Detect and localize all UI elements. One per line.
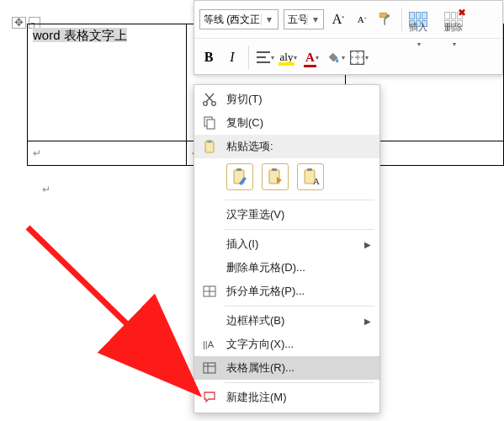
text-direction-icon: ||A (201, 336, 218, 353)
svg-rect-3 (207, 120, 215, 129)
menu-label: 新建批注(M) (226, 390, 287, 405)
menu-reconvert[interactable]: 汉字重选(V) (194, 203, 379, 226)
menu-label: 删除单元格(D)... (226, 260, 305, 275)
font-color-icon: A (305, 51, 315, 65)
menu-label: 插入(I) (226, 237, 258, 252)
menu-label: 表格属性(R)... (226, 360, 294, 376)
svg-rect-4 (205, 141, 214, 152)
submenu-arrow-icon: ▶ (364, 317, 371, 326)
clipboard-arrow-icon (265, 167, 285, 187)
menu-insert[interactable]: 插入(I) ▶ (194, 232, 379, 256)
svg-rect-9 (272, 168, 277, 171)
paragraph-mark: ↵ (42, 184, 50, 195)
table-cell[interactable]: word 表格文字上 (28, 24, 187, 141)
cell-text[interactable]: word 表格文字上 (33, 28, 127, 42)
paint-bucket-icon (326, 51, 341, 64)
svg-point-1 (212, 102, 216, 106)
submenu-arrow-icon: ▶ (364, 240, 371, 249)
align-button[interactable]: ▾ (256, 47, 274, 67)
highlight-button[interactable]: aly▾ (279, 47, 298, 67)
font-family-value: 等线 (西文正 (200, 13, 261, 27)
table-cell[interactable]: ↵ (28, 141, 187, 166)
font-size-combo[interactable]: 五号 ▾ (284, 9, 324, 29)
grow-font-button[interactable]: Aˆ (329, 9, 347, 29)
italic-icon: I (230, 50, 234, 65)
copy-icon (201, 115, 218, 131)
menu-label: 拆分单元格(P)... (226, 284, 305, 299)
dropdown-arrow-icon[interactable]: ▾ (261, 13, 278, 25)
font-size-value: 五号 (284, 13, 307, 27)
italic-button[interactable]: I (223, 47, 241, 67)
paste-merge-formatting-button[interactable] (262, 163, 289, 190)
paragraph-mark: ↵ (33, 147, 41, 159)
table-move-handle[interactable]: ✥ (12, 17, 26, 29)
insert-label: 插入 (409, 21, 427, 34)
dropdown-arrow-icon[interactable]: ▾ (307, 13, 323, 25)
menu-label: 边框样式(B) (226, 313, 284, 328)
shrink-font-icon: A (358, 14, 364, 24)
comment-icon (201, 389, 218, 406)
svg-point-0 (204, 102, 208, 106)
menu-cut[interactable]: 剪切(T) (194, 88, 379, 111)
paste-options-row: A (194, 158, 379, 197)
paste-text-only-button[interactable]: A (297, 163, 324, 190)
svg-rect-5 (207, 141, 212, 143)
borders-button[interactable]: ▾ (350, 47, 369, 67)
menu-table-properties[interactable]: 表格属性(R)... (194, 356, 379, 380)
menu-label: 文字方向(X)... (226, 337, 294, 352)
shading-button[interactable]: ▾ (326, 47, 345, 67)
mini-toolbar: 等线 (西文正 ▾ 五号 ▾ Aˆ Aˇ 插入 ▾ (194, 0, 503, 75)
svg-rect-17 (204, 363, 215, 373)
borders-icon (350, 51, 364, 65)
paste-keep-source-button[interactable] (226, 163, 253, 190)
svg-line-21 (28, 227, 189, 385)
menu-delete-cells[interactable]: 删除单元格(D)... (194, 256, 379, 280)
table-properties-icon (201, 360, 218, 376)
menu-label: 剪切(T) (226, 92, 263, 107)
clipboard-icon (201, 138, 218, 155)
font-family-combo[interactable]: 等线 (西文正 ▾ (199, 9, 279, 29)
menu-label: 粘贴选项: (226, 139, 273, 154)
svg-text:||A: ||A (203, 339, 215, 349)
menu-split-cells[interactable]: 拆分单元格(P)... (194, 280, 379, 303)
menu-border-styles[interactable]: 边框样式(B) ▶ (194, 309, 379, 333)
format-painter-button[interactable] (376, 9, 395, 29)
menu-new-comment[interactable]: 新建批注(M) (194, 386, 379, 409)
menu-label: 复制(C) (226, 115, 263, 131)
shrink-font-button[interactable]: Aˇ (353, 9, 371, 29)
format-painter-icon (377, 11, 394, 28)
font-color-button[interactable]: A▾ (303, 47, 321, 67)
bold-button[interactable]: B (199, 47, 218, 67)
delete-label: 删除 (444, 21, 463, 34)
bold-icon: B (204, 50, 214, 65)
scissors-icon (201, 91, 218, 108)
menu-paste-options-header: 粘贴选项: (194, 135, 379, 158)
menu-label: 汉字重选(V) (226, 207, 284, 222)
grow-font-icon: A (332, 12, 342, 27)
context-menu: 剪切(T) 复制(C) 粘贴选项: A 汉字重选(V) (194, 84, 380, 413)
menu-text-direction[interactable]: ||A 文字方向(X)... (194, 333, 379, 356)
clipboard-brush-icon (230, 167, 250, 187)
svg-text:A: A (313, 176, 320, 186)
svg-rect-7 (236, 168, 241, 171)
insert-table-button[interactable]: 插入 ▾ (409, 3, 427, 36)
menu-copy[interactable]: 复制(C) (194, 111, 379, 135)
highlight-icon: aly (280, 51, 294, 64)
delete-table-button[interactable]: 删除 ▾ (444, 3, 463, 36)
svg-rect-11 (307, 168, 312, 171)
align-icon (257, 51, 270, 63)
split-cells-icon (201, 283, 218, 300)
clipboard-letter-icon: A (300, 167, 321, 187)
